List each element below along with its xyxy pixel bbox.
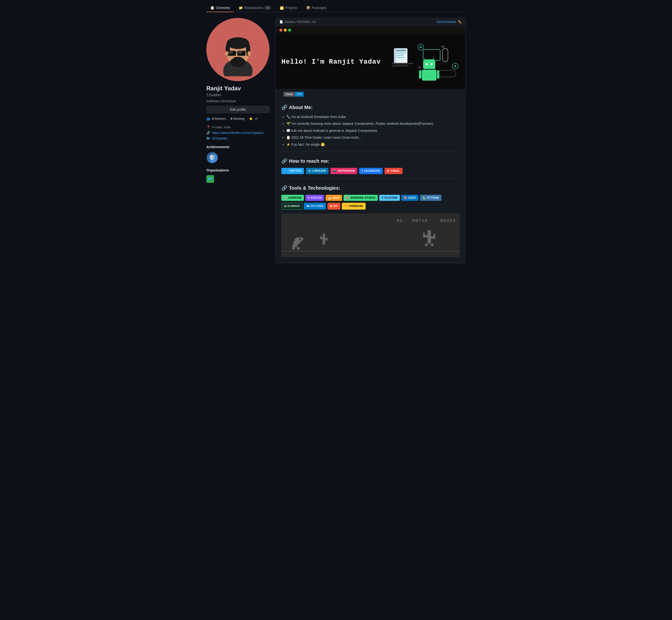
social-buttons: 🐦 TWITTER in LINKEDIN 📷 INSTAGRAM f: [281, 168, 460, 174]
achievement-badge-overlay: 🏆: [259, 70, 268, 79]
badge-kotlin: K KOTLIN: [305, 195, 324, 201]
tab-overview-label: Overview: [216, 6, 230, 10]
following-link[interactable]: 8 following: [231, 117, 244, 120]
svg-rect-16: [229, 52, 230, 53]
svg-rect-76: [428, 230, 431, 244]
about-item-3: 📋 2021 All Time Goals: Learn more Grow m…: [286, 135, 460, 140]
send-feedback-link[interactable]: Send feedback: [437, 20, 456, 23]
repositories-icon: 📁: [239, 6, 243, 10]
tab-overview[interactable]: 📋 Overview: [206, 4, 234, 12]
about-item-2: 💬 Ask me about Android in general or Jet…: [286, 128, 460, 133]
svg-rect-48: [422, 70, 437, 81]
dart-icon: 🎯: [404, 196, 407, 200]
projects-icon: 🗂️: [280, 6, 284, 10]
svg-rect-65: [292, 246, 297, 247]
linkedin-btn-label: LINKEDIN: [313, 169, 326, 173]
badge-flutter: F FLUTTER: [379, 195, 400, 201]
svg-rect-81: [425, 244, 428, 246]
svg-rect-39: [443, 48, 448, 62]
following-label: following: [233, 117, 244, 120]
tech-badges-row2: dj DJANGO ⌨️ VS CODE ◈ GIT 🔥: [281, 203, 460, 210]
edit-profile-button[interactable]: Edit profile: [206, 106, 270, 113]
about-item-1: 🌱 I'm currently learning more about Jetp…: [286, 121, 460, 126]
svg-rect-82: [431, 244, 433, 246]
followers-link[interactable]: 4 followers: [212, 117, 226, 120]
hero-title: Hello! I'm Ranjit Yadav: [281, 58, 381, 65]
twitter-button[interactable]: 🐦 TWITTER: [281, 168, 304, 174]
readme-path: 13yadav / README .md: [284, 20, 316, 23]
flutter-icon: F: [382, 196, 383, 200]
svg-rect-75: [326, 237, 328, 241]
twitter-btn-icon: 🐦: [284, 169, 287, 173]
organizations-section: Organizations 🐦: [206, 168, 270, 183]
android-icon: 🤖: [284, 196, 287, 200]
edit-icon[interactable]: ✏️: [458, 20, 461, 23]
link-icon: 🔗: [206, 131, 210, 135]
dino-score: HI 00719 00324: [397, 217, 456, 224]
followers-count: 4: [212, 117, 214, 120]
facebook-button[interactable]: f FACEBOOK: [359, 168, 383, 174]
profile-info-list: 📍 Punjab, India 🔗 https://www.linkedin.c…: [206, 124, 270, 141]
svg-rect-21: [240, 51, 241, 52]
tab-repositories[interactable]: 📁 Repositories 32: [235, 4, 275, 12]
tab-packages[interactable]: 📦 Packages: [302, 4, 330, 12]
twitter-btn-label: TWITTER: [289, 169, 301, 173]
instagram-button[interactable]: 📷 INSTAGRAM: [330, 168, 357, 174]
svg-point-44: [425, 58, 426, 60]
twitter-item: 🐦 @13yadav_: [206, 136, 270, 141]
svg-rect-32: [395, 52, 406, 54]
svg-rect-24: [239, 52, 240, 53]
twitter-link[interactable]: @13yadav_: [212, 137, 229, 140]
views-badge: Views 474: [283, 92, 304, 97]
svg-rect-80: [434, 234, 435, 239]
dino-character: [291, 238, 303, 251]
overview-icon: 📋: [210, 6, 214, 10]
java-icon: ☕: [328, 196, 332, 200]
stars-count: 19: [255, 117, 258, 120]
badge-android: 🤖 ANDROID: [281, 195, 304, 201]
content-area: 📄 13yadav / README .md Send feedback ✏️: [275, 18, 466, 263]
tab-projects[interactable]: 🗂️ Projects: [276, 4, 301, 12]
about-item-0: 🔧 I'm an Android Developer from India.: [286, 114, 460, 119]
website-link[interactable]: https://www.linkedin.com/in/13yadav/: [212, 131, 264, 135]
traffic-light-yellow: [284, 29, 287, 32]
linkedin-button[interactable]: in LINKEDIN: [306, 168, 329, 174]
gmail-button[interactable]: M GMAIL: [385, 168, 402, 174]
views-label: Views: [283, 92, 295, 97]
svg-rect-71: [323, 234, 325, 245]
svg-rect-18: [232, 52, 233, 53]
badge-django: dj DJANGO: [281, 203, 302, 210]
svg-rect-62: [293, 242, 299, 244]
svg-rect-20: [239, 51, 240, 52]
git-icon: ◈: [330, 204, 332, 208]
location-text: Punjab, India: [212, 125, 231, 129]
badge-java: ☕ JAVA: [326, 195, 342, 201]
profile-name: Ranjit Yadav: [206, 85, 270, 92]
svg-rect-23: [238, 52, 239, 53]
androidstudio-icon: 🎯: [346, 196, 350, 200]
svg-rect-27: [236, 52, 237, 53]
hero-banner: Hello! I'm Ranjit Yadav: [276, 35, 465, 89]
svg-rect-38: [423, 50, 440, 60]
linkedin-btn-icon: in: [308, 169, 311, 173]
gmail-btn-label: GMAIL: [391, 169, 400, 173]
facebook-btn-label: FACEBOOK: [364, 169, 380, 173]
svg-rect-49: [419, 70, 422, 79]
badge-git: ◈ GIT: [328, 203, 340, 210]
organizations-title: Organizations: [206, 168, 270, 172]
stars-separator: ·: [246, 117, 247, 120]
svg-point-46: [426, 63, 428, 65]
views-count: 474: [295, 92, 304, 97]
svg-text:+: +: [418, 65, 421, 70]
svg-rect-55: [439, 70, 456, 77]
readme-header: 📄 13yadav / README .md Send feedback ✏️: [276, 18, 465, 26]
svg-rect-61: [293, 241, 301, 242]
svg-rect-12: [229, 51, 230, 52]
svg-rect-14: [232, 51, 233, 52]
website-item: 🔗 https://www.linkedin.com/in/13yadav/: [206, 130, 270, 136]
svg-point-8: [233, 57, 243, 61]
vscode-icon: ⌨️: [306, 204, 310, 208]
org-icon[interactable]: 🐦: [206, 175, 214, 183]
svg-point-47: [431, 63, 433, 65]
svg-rect-74: [320, 236, 322, 239]
